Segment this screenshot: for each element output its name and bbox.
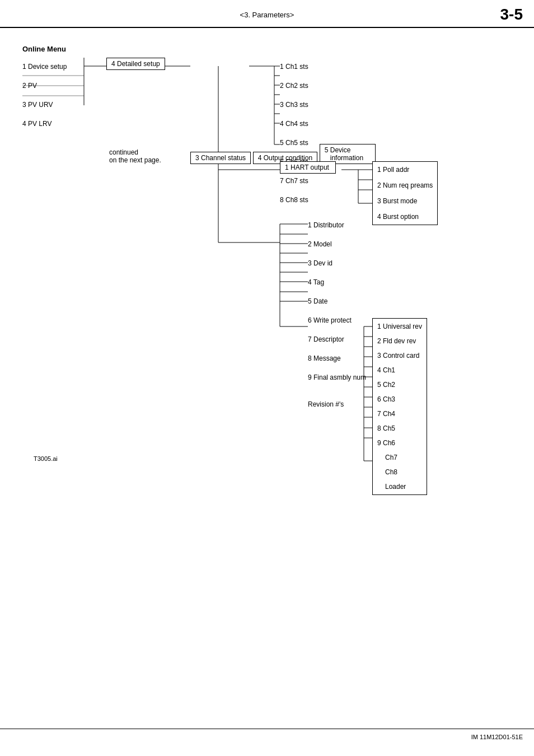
continued-text: continued on the next page. xyxy=(109,148,165,164)
detailed-setup-box: 4 Detailed setup xyxy=(106,58,165,70)
footer-doc-number: IM 11M12D01-51E xyxy=(471,734,523,740)
menu-item-device-setup: 1 Device setup xyxy=(22,61,67,72)
channel-status-box: 3 Channel status xyxy=(190,152,251,164)
rev-ch2: 5 Ch2 xyxy=(377,379,422,390)
poll-addr: 1 Poll addr xyxy=(377,164,433,175)
hart-options-list: 1 Poll addr 2 Num req preams 3 Burst mod… xyxy=(377,164,433,222)
ch4-sts: 4 Ch4 sts xyxy=(280,118,308,129)
page-header: <3. Parameters> 3-5 xyxy=(0,0,534,28)
device-info-items: 1 Distributor 2 Model 3 Dev id 4 Tag 5 D… xyxy=(308,216,366,410)
control-card: 3 Control card xyxy=(377,350,422,361)
header-title: <3. Parameters> xyxy=(240,11,294,19)
hart-options-container: 1 Poll addr 2 Num req preams 3 Burst mod… xyxy=(372,161,438,225)
ch1-sts: 1 Ch1 sts xyxy=(280,61,308,72)
col1-menu: 1 Device setup 2 PV 3 PV URV 4 PV LRV xyxy=(22,58,67,129)
revision-items-box: 1 Universal rev 2 Fld dev rev 3 Control … xyxy=(372,318,427,495)
message-item: 8 Message xyxy=(308,353,366,364)
col2-detailed-setup: 4 Detailed setup continued on the next p… xyxy=(106,58,165,164)
universal-rev: 1 Universal rev xyxy=(377,321,422,332)
menu-item-pv: 2 PV xyxy=(22,80,67,91)
model-item: 2 Model xyxy=(308,239,366,250)
ch7-sts: 7 Ch7 sts xyxy=(280,175,308,186)
hart-output-box-container: 1 HART output xyxy=(280,161,336,174)
final-asmbly-item: 9 Final asmbly num xyxy=(308,372,366,383)
hart-options-box: 1 Poll addr 2 Num req preams 3 Burst mod… xyxy=(372,161,438,225)
device-items-list: 1 Distributor 2 Model 3 Dev id 4 Tag 5 D… xyxy=(308,216,366,410)
burst-mode: 3 Burst mode xyxy=(377,195,433,207)
hart-output-box: 1 HART output xyxy=(280,161,336,174)
ch8-sts: 8 Ch8 sts xyxy=(280,194,308,206)
online-menu-title: Online Menu xyxy=(22,45,517,53)
diagram-area: Online Menu xyxy=(0,39,534,507)
col1-items: 1 Device setup 2 PV 3 PV URV 4 PV LRV xyxy=(22,58,67,129)
rev-ch6: 9 Ch6 xyxy=(377,437,422,449)
tree-container: 1 Device setup 2 PV 3 PV URV 4 PV LRV 4 … xyxy=(17,58,517,472)
distributor-item: 1 Distributor xyxy=(308,220,366,231)
channel-status-items: 1 Ch1 sts 2 Ch2 sts 3 Ch3 sts 4 Ch4 sts … xyxy=(280,58,308,206)
menu-item-pv-urv: 3 PV URV xyxy=(22,99,67,110)
ch-items-list: 1 Ch1 sts 2 Ch2 sts 3 Ch3 sts 4 Ch4 sts … xyxy=(280,58,308,206)
rev-ch8: Ch8 xyxy=(377,466,422,478)
page-footer: IM 11M12D01-51E xyxy=(0,729,534,745)
revision-items-container: 1 Universal rev 2 Fld dev rev 3 Control … xyxy=(372,318,427,495)
rev-ch4: 7 Ch4 xyxy=(377,408,422,419)
revision-item: Revision #'s xyxy=(308,399,366,410)
fld-dev-rev: 2 Fld dev rev xyxy=(377,335,422,347)
menu-item-pv-lrv: 4 PV LRV xyxy=(22,118,67,129)
descriptor-item: 7 Descriptor xyxy=(308,334,366,345)
header-center: <3. Parameters> xyxy=(182,11,353,19)
dev-id-item: 3 Dev id xyxy=(308,258,366,269)
ch5-sts: 5 Ch5 sts xyxy=(280,137,308,148)
revision-items-list: 1 Universal rev 2 Fld dev rev 3 Control … xyxy=(377,321,422,492)
rev-ch3: 6 Ch3 xyxy=(377,394,422,405)
ch3-sts: 3 Ch3 sts xyxy=(280,99,308,110)
burst-option: 4 Burst option xyxy=(377,211,433,222)
figure-label: T3005.ai xyxy=(34,455,534,462)
rev-ch5: 8 Ch5 xyxy=(377,423,422,434)
rev-loader: Loader xyxy=(377,481,422,492)
date-item: 5 Date xyxy=(308,296,366,307)
ch2-sts: 2 Ch2 sts xyxy=(280,80,308,91)
rev-ch1: 4 Ch1 xyxy=(377,365,422,376)
num-req-preams: 2 Num req preams xyxy=(377,180,433,191)
tag-item: 4 Tag xyxy=(308,277,366,288)
page-number: 3-5 xyxy=(352,6,523,24)
write-protect-item: 6 Write protect xyxy=(308,315,366,326)
